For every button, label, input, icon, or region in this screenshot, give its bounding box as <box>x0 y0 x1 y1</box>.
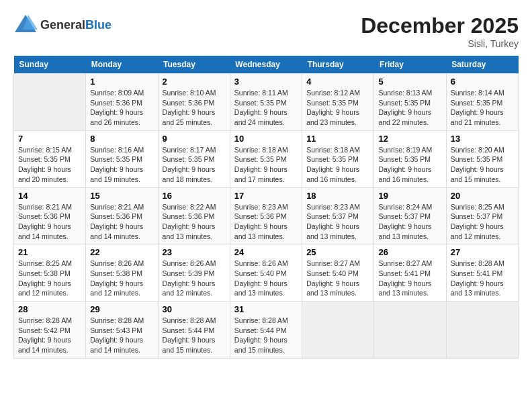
page-header: GeneralBlue December 2025 Sisli, Turkey <box>13 13 519 49</box>
day-number: 22 <box>90 247 153 257</box>
calendar-cell: 3Sunrise: 8:11 AMSunset: 5:35 PMDaylight… <box>230 74 302 131</box>
day-number: 19 <box>378 191 441 201</box>
day-number: 24 <box>234 247 298 257</box>
calendar-cell <box>302 302 374 359</box>
day-info: Sunrise: 8:16 AMSunset: 5:35 PMDaylight:… <box>90 145 153 185</box>
header-wednesday: Wednesday <box>230 56 302 74</box>
month-title: December 2025 <box>361 13 519 38</box>
calendar-cell: 12Sunrise: 8:19 AMSunset: 5:35 PMDayligh… <box>374 130 446 187</box>
day-number: 31 <box>234 304 298 314</box>
day-info: Sunrise: 8:21 AMSunset: 5:36 PMDaylight:… <box>90 202 153 242</box>
day-number: 30 <box>163 304 226 314</box>
calendar-cell: 18Sunrise: 8:23 AMSunset: 5:37 PMDayligh… <box>302 187 374 244</box>
day-info: Sunrise: 8:23 AMSunset: 5:37 PMDaylight:… <box>306 202 369 242</box>
day-number: 14 <box>18 191 81 201</box>
calendar-cell: 1Sunrise: 8:09 AMSunset: 5:36 PMDaylight… <box>86 74 158 131</box>
day-number: 15 <box>90 191 153 201</box>
day-info: Sunrise: 8:09 AMSunset: 5:36 PMDaylight:… <box>90 88 153 128</box>
calendar-cell: 26Sunrise: 8:27 AMSunset: 5:41 PMDayligh… <box>374 244 446 302</box>
location: Sisli, Turkey <box>361 38 519 49</box>
day-number: 7 <box>18 134 81 144</box>
calendar-cell: 9Sunrise: 8:17 AMSunset: 5:35 PMDaylight… <box>158 130 230 187</box>
calendar-cell: 21Sunrise: 8:25 AMSunset: 5:38 PMDayligh… <box>14 244 86 302</box>
day-info: Sunrise: 8:12 AMSunset: 5:35 PMDaylight:… <box>306 88 369 128</box>
logo-blue-text: Blue <box>85 18 112 32</box>
day-info: Sunrise: 8:24 AMSunset: 5:37 PMDaylight:… <box>378 202 441 242</box>
calendar-cell: 29Sunrise: 8:28 AMSunset: 5:43 PMDayligh… <box>86 302 158 359</box>
calendar-cell <box>446 302 518 359</box>
day-info: Sunrise: 8:23 AMSunset: 5:36 PMDaylight:… <box>234 202 298 242</box>
day-number: 6 <box>451 77 514 87</box>
calendar-cell: 16Sunrise: 8:22 AMSunset: 5:36 PMDayligh… <box>158 187 230 244</box>
calendar-week-row: 28Sunrise: 8:28 AMSunset: 5:42 PMDayligh… <box>14 302 519 359</box>
calendar-week-row: 14Sunrise: 8:21 AMSunset: 5:36 PMDayligh… <box>14 187 519 244</box>
day-info: Sunrise: 8:15 AMSunset: 5:35 PMDaylight:… <box>18 145 81 185</box>
day-number: 23 <box>163 247 226 257</box>
header-thursday: Thursday <box>302 56 374 74</box>
day-info: Sunrise: 8:28 AMSunset: 5:41 PMDaylight:… <box>451 259 514 298</box>
day-info: Sunrise: 8:28 AMSunset: 5:43 PMDaylight:… <box>90 316 153 355</box>
calendar-cell: 28Sunrise: 8:28 AMSunset: 5:42 PMDayligh… <box>14 302 86 359</box>
calendar-table: SundayMondayTuesdayWednesdayThursdayFrid… <box>13 56 519 359</box>
day-number: 9 <box>163 134 226 144</box>
calendar-cell: 14Sunrise: 8:21 AMSunset: 5:36 PMDayligh… <box>14 187 86 244</box>
day-info: Sunrise: 8:13 AMSunset: 5:35 PMDaylight:… <box>378 88 441 128</box>
day-info: Sunrise: 8:27 AMSunset: 5:40 PMDaylight:… <box>306 259 369 298</box>
calendar-cell: 19Sunrise: 8:24 AMSunset: 5:37 PMDayligh… <box>374 187 446 244</box>
day-info: Sunrise: 8:28 AMSunset: 5:44 PMDaylight:… <box>234 316 298 355</box>
header-friday: Friday <box>374 56 446 74</box>
calendar-cell <box>374 302 446 359</box>
calendar-cell: 7Sunrise: 8:15 AMSunset: 5:35 PMDaylight… <box>14 130 86 187</box>
day-info: Sunrise: 8:28 AMSunset: 5:42 PMDaylight:… <box>18 316 81 355</box>
logo-icon <box>13 13 38 35</box>
logo: GeneralBlue <box>13 13 112 38</box>
day-number: 13 <box>451 134 514 144</box>
calendar-cell: 31Sunrise: 8:28 AMSunset: 5:44 PMDayligh… <box>230 302 302 359</box>
day-info: Sunrise: 8:18 AMSunset: 5:35 PMDaylight:… <box>234 145 298 185</box>
calendar-cell: 15Sunrise: 8:21 AMSunset: 5:36 PMDayligh… <box>86 187 158 244</box>
calendar-cell: 20Sunrise: 8:25 AMSunset: 5:37 PMDayligh… <box>446 187 518 244</box>
calendar-cell: 22Sunrise: 8:26 AMSunset: 5:38 PMDayligh… <box>86 244 158 302</box>
day-info: Sunrise: 8:26 AMSunset: 5:40 PMDaylight:… <box>234 259 298 298</box>
day-number: 25 <box>306 247 369 257</box>
header-saturday: Saturday <box>446 56 518 74</box>
day-info: Sunrise: 8:19 AMSunset: 5:35 PMDaylight:… <box>378 145 441 185</box>
day-info: Sunrise: 8:22 AMSunset: 5:36 PMDaylight:… <box>163 202 226 242</box>
header-monday: Monday <box>86 56 158 74</box>
day-number: 16 <box>163 191 226 201</box>
calendar-header-row: SundayMondayTuesdayWednesdayThursdayFrid… <box>14 56 519 74</box>
calendar-cell: 4Sunrise: 8:12 AMSunset: 5:35 PMDaylight… <box>302 74 374 131</box>
day-info: Sunrise: 8:27 AMSunset: 5:41 PMDaylight:… <box>378 259 441 298</box>
calendar-cell: 25Sunrise: 8:27 AMSunset: 5:40 PMDayligh… <box>302 244 374 302</box>
day-info: Sunrise: 8:25 AMSunset: 5:38 PMDaylight:… <box>18 259 81 298</box>
day-info: Sunrise: 8:14 AMSunset: 5:35 PMDaylight:… <box>451 88 514 128</box>
day-number: 29 <box>90 304 153 314</box>
day-number: 20 <box>451 191 514 201</box>
day-info: Sunrise: 8:18 AMSunset: 5:35 PMDaylight:… <box>306 145 369 185</box>
day-number: 4 <box>306 77 369 87</box>
day-info: Sunrise: 8:26 AMSunset: 5:39 PMDaylight:… <box>163 259 226 298</box>
day-number: 12 <box>378 134 441 144</box>
day-info: Sunrise: 8:11 AMSunset: 5:35 PMDaylight:… <box>234 88 298 128</box>
day-info: Sunrise: 8:17 AMSunset: 5:35 PMDaylight:… <box>163 145 226 185</box>
day-number: 18 <box>306 191 369 201</box>
day-number: 10 <box>234 134 298 144</box>
calendar-cell: 30Sunrise: 8:28 AMSunset: 5:44 PMDayligh… <box>158 302 230 359</box>
day-number: 11 <box>306 134 369 144</box>
calendar-cell: 11Sunrise: 8:18 AMSunset: 5:35 PMDayligh… <box>302 130 374 187</box>
day-number: 3 <box>234 77 298 87</box>
calendar-cell: 13Sunrise: 8:20 AMSunset: 5:35 PMDayligh… <box>446 130 518 187</box>
calendar-cell: 24Sunrise: 8:26 AMSunset: 5:40 PMDayligh… <box>230 244 302 302</box>
day-info: Sunrise: 8:20 AMSunset: 5:35 PMDaylight:… <box>451 145 514 185</box>
calendar-week-row: 21Sunrise: 8:25 AMSunset: 5:38 PMDayligh… <box>14 244 519 302</box>
day-info: Sunrise: 8:26 AMSunset: 5:38 PMDaylight:… <box>90 259 153 298</box>
day-number: 1 <box>90 77 153 87</box>
title-area: December 2025 Sisli, Turkey <box>361 13 519 49</box>
calendar-cell: 10Sunrise: 8:18 AMSunset: 5:35 PMDayligh… <box>230 130 302 187</box>
calendar-week-row: 1Sunrise: 8:09 AMSunset: 5:36 PMDaylight… <box>14 74 519 131</box>
header-sunday: Sunday <box>14 56 86 74</box>
day-number: 5 <box>378 77 441 87</box>
day-number: 28 <box>18 304 81 314</box>
calendar-cell: 8Sunrise: 8:16 AMSunset: 5:35 PMDaylight… <box>86 130 158 187</box>
calendar-cell: 23Sunrise: 8:26 AMSunset: 5:39 PMDayligh… <box>158 244 230 302</box>
